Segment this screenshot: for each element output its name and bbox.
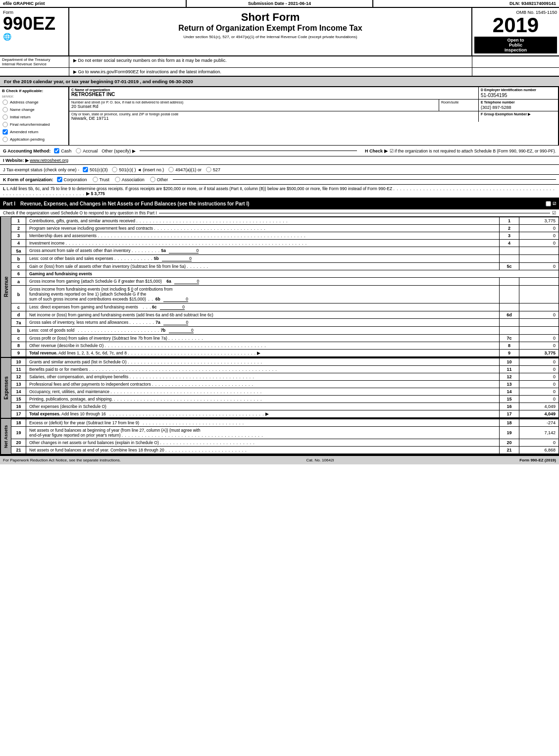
check-schedule-text: Check if the organization used Schedule …: [3, 210, 157, 215]
dept-sub: Internal Revenue Service: [2, 62, 67, 66]
taxstatus-4947[interactable]: 4947(a)(1) or: [168, 166, 202, 173]
table-row: 18 Excess or (deficit) for the year (Sub…: [11, 419, 559, 427]
table-row: 20 Other changes in net assets or fund b…: [11, 439, 559, 447]
initial-return-check[interactable]: Initial return: [2, 114, 66, 120]
table-row: 5a Gross amount from sale of assets othe…: [11, 247, 559, 255]
website-url: www.retrosheet.org: [30, 158, 68, 163]
table-row: c Gross profit or (loss) from sales of i…: [11, 335, 559, 342]
submission-date: Submission Date - 2021-06-14: [187, 0, 373, 7]
table-row: a Gross income from gaming (attach Sched…: [11, 278, 559, 286]
org-name-label: C Name of organization: [71, 88, 476, 92]
address-value: 20 Sunset Rd: [71, 104, 437, 109]
emoji-icon: 🌐: [3, 33, 65, 41]
city-label: City or town, state or province, country…: [71, 112, 476, 116]
formorg-corp[interactable]: Corporation: [56, 176, 87, 183]
table-row: 3 Membership dues and assessments . . . …: [11, 232, 559, 240]
table-row: 10 Grants and similar amounts paid (list…: [11, 358, 559, 366]
address-label: Number and street (or P. O. box, if mail…: [71, 101, 437, 104]
page-container: efile GRAPHIC print Submission Date - 20…: [0, 0, 559, 464]
check-service: service:: [2, 95, 66, 98]
table-row: 2 Program service revenue including gove…: [11, 225, 559, 232]
part1-label: Part I: [3, 201, 15, 206]
table-row: 11 Benefits paid to or for members . . .…: [11, 366, 559, 373]
table-row: 21 Net assets or fund balances at end of…: [11, 447, 559, 454]
website-label: I Website: ▶: [3, 158, 29, 163]
note2: ▶ Go to www.irs.gov/Form990EZ for instru…: [73, 69, 468, 74]
ein-label: D Employer identification number: [481, 88, 556, 92]
formorg-label: K Form of organization:: [3, 177, 53, 182]
formorg-assoc[interactable]: Association: [114, 176, 145, 183]
efile-label: efile GRAPHIC print: [0, 0, 187, 7]
footer-cat: Cat. No. 10642I: [306, 458, 334, 462]
footer-paperwork: For Paperwork Reduction Act Notice, see …: [3, 458, 121, 462]
table-row: 8 Other revenue (describe in Schedule O)…: [11, 342, 559, 350]
accounting-h-text: ☑ if the organization is not required to…: [390, 149, 556, 153]
taxstatus-527[interactable]: 527: [205, 166, 220, 173]
title-note: Under section 501(c), 527, or 4947(a)(1)…: [72, 35, 468, 39]
taxstatus-501c[interactable]: 501(c)( ) ◄ (insert no.): [111, 166, 164, 173]
accounting-g-label: G Accounting Method:: [3, 149, 51, 153]
table-row: 17 Total expenses. Add lines 10 through …: [11, 410, 559, 418]
table-row: c Less: direct expenses from gaming and …: [11, 303, 559, 311]
name-change-check[interactable]: Name change: [2, 106, 66, 113]
schedule-o-check[interactable]: [545, 201, 553, 207]
formorg-trust[interactable]: Trust: [92, 176, 109, 183]
accrual-check[interactable]: Accrual: [75, 148, 98, 154]
table-row: 16 Other expenses (describe in Schedule …: [11, 403, 559, 410]
table-row: 4 Investment income . . . . . . . . . . …: [11, 240, 559, 247]
form-number: 990EZ: [3, 15, 65, 33]
org-name-value: RETROSHEET INC: [71, 92, 476, 97]
table-row: 14 Occupancy, rent, utilities, and maint…: [11, 388, 559, 396]
year-display: 2019: [474, 15, 557, 36]
table-row: 13 Professional fees and other payments …: [11, 381, 559, 388]
accounting-h-label: H Check ▶: [365, 149, 388, 153]
ein-value: 51-0354195: [481, 93, 556, 98]
table-row: b Less: cost of goods sold . . . . . . .…: [11, 327, 559, 335]
note1: ▶ Do not enter social security numbers o…: [73, 58, 468, 63]
check-label-b: B Check if applicable:: [2, 89, 66, 93]
dln: DLN: 93492174009141: [373, 0, 559, 7]
final-return-check[interactable]: Final return/terminated: [2, 121, 66, 128]
table-row: 7a Gross sales of inventory, less return…: [11, 319, 559, 327]
other-specify: Other (specify) ▶: [102, 149, 136, 153]
table-row: 15 Printing, publications, postage, and …: [11, 396, 559, 403]
revenue-side-label: Revenue: [0, 217, 11, 357]
footer-row: For Paperwork Reduction Act Notice, see …: [0, 455, 559, 464]
cash-check[interactable]: Cash: [53, 148, 71, 154]
title-sub: Return of Organization Exempt From Incom…: [72, 24, 468, 33]
tax-year-row: For the 2019 calendar year, or tax year …: [0, 77, 559, 87]
footer-form: Form 990-EZ (2019): [519, 458, 556, 462]
table-row: 12 Salaries, other compensation, and emp…: [11, 373, 559, 381]
dept-name: Department of the Treasury: [2, 57, 67, 62]
public-label: Public: [475, 43, 556, 48]
taxstatus-label: J Tax-exempt status (check only one) -: [3, 167, 79, 172]
table-row: 1 Contributions, gifts, grants, and simi…: [11, 217, 559, 225]
table-row: c Gain or (loss) from sale of assets oth…: [11, 263, 559, 270]
application-pending-check[interactable]: Application pending: [2, 136, 66, 143]
phone-label: E Telephone number: [481, 101, 556, 104]
table-row: b Gross income from fundraising events (…: [11, 286, 559, 303]
address-change-check[interactable]: Address change: [2, 99, 66, 105]
taxstatus-501c3[interactable]: 501(c)(3): [82, 166, 108, 173]
inspection-label: Inspection: [475, 48, 556, 52]
expenses-side-label: Expenses: [0, 358, 11, 418]
table-row: 6 Gaming and fundraising events: [11, 270, 559, 278]
city-value: Newark, DE 19711: [71, 116, 476, 121]
title-main: Short Form: [72, 11, 468, 24]
table-row: b Less: cost or other basis and sales ex…: [11, 255, 559, 263]
table-row: d Net income or (loss) from gaming and f…: [11, 311, 559, 319]
table-row: 9 Total revenue. Add lines 1, 2, 3, 4, 5…: [11, 350, 559, 357]
table-row: 19 Net assets or fund balances at beginn…: [11, 427, 559, 439]
addlines-amount: ▶ $ 3,775: [86, 191, 105, 196]
phone-value: (302) 897-5288: [481, 105, 556, 110]
formorg-other[interactable]: Other: [150, 176, 168, 183]
room-label: Room/suite: [441, 101, 476, 104]
group-label: F Group Exemption Number ▶: [481, 112, 556, 116]
netassets-side-label: Net Assets: [0, 419, 11, 454]
part1-title: Revenue, Expenses, and Changes in Net As…: [20, 201, 540, 206]
amended-return-check[interactable]: Amended return: [2, 129, 66, 135]
addlines-text: L Add lines 5b, 6c, and 7b to line 9 to …: [6, 186, 392, 191]
open-to: Open to: [475, 38, 556, 43]
